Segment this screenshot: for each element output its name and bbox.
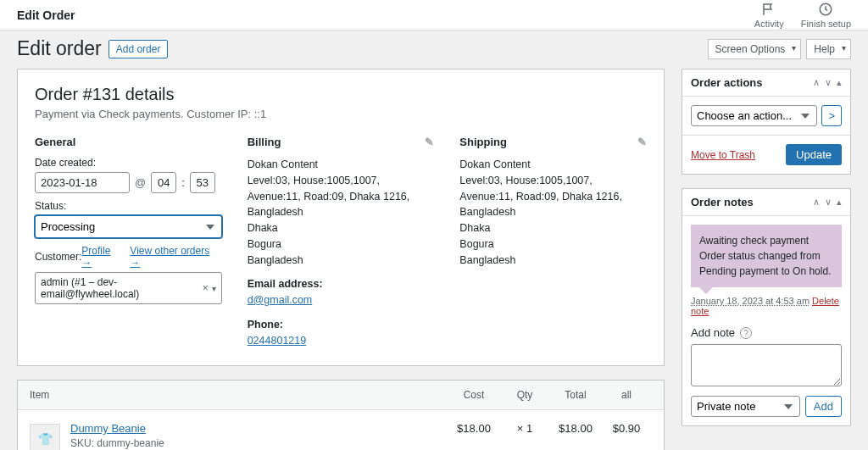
date-input[interactable] [35,172,130,193]
note-textarea[interactable] [691,344,842,386]
item-qty: × 1 [499,422,550,435]
clock-icon [818,2,833,17]
email-label: Email address: [248,276,435,292]
billing-phone[interactable]: 0244801219 [248,333,435,349]
add-order-button[interactable]: Add order [108,40,169,58]
billing-line: Dhaka [248,220,435,236]
order-note: Awaiting check payment Order status chan… [691,225,842,287]
items-header-row: Item Cost Qty Total all [18,381,664,410]
shipping-column: Shipping✎ Dokan Content Level:03, House:… [459,136,647,348]
col-item: Item [30,389,448,401]
edit-shipping-icon[interactable]: ✎ [637,136,647,148]
move-down-icon[interactable]: ∨ [825,77,832,88]
view-other-orders-link[interactable]: View other orders → [130,245,221,269]
col-total: Total [550,389,601,401]
add-note-button[interactable]: Add [805,396,842,417]
activity-button[interactable]: Activity [754,2,784,29]
customer-clear-icon[interactable]: × [203,282,209,294]
order-details-subtitle: Payment via Check payments. Customer IP:… [35,108,647,120]
move-up-icon[interactable]: ∧ [813,197,820,208]
shipping-line: Level:03, House:1005,1007, Avenue:11, Ro… [459,173,647,220]
toggle-icon[interactable]: ▴ [837,77,842,88]
topbar-title: Edit Order [17,8,75,22]
order-items-box: Item Cost Qty Total all 👕 Dummy Beanie S… [17,380,665,450]
col-cost: Cost [448,389,499,401]
order-actions-title: Order actions [691,76,763,89]
note-type-select[interactable]: Private note [691,396,800,417]
topbar: Edit Order Activity Finish setup [0,0,868,31]
billing-column: Billing✎ Dokan Content Level:03, House:1… [248,136,435,348]
update-button[interactable]: Update [786,144,842,165]
note-timestamp: January 18, 2023 at 4:53 am [691,296,810,306]
date-created-label: Date created: [35,157,222,169]
move-up-icon[interactable]: ∧ [813,77,820,88]
hour-input[interactable] [151,172,176,193]
order-details-box: Order #131 details Payment via Check pay… [17,69,665,366]
edit-billing-icon[interactable]: ✎ [425,136,434,148]
item-total: $18.00 [550,422,601,435]
customer-label: Customer: [35,251,81,263]
customer-select[interactable]: admin (#1 – dev-email@flywheel.local) ×▾ [35,272,222,304]
help-icon[interactable]: ? [740,327,752,339]
order-action-select[interactable]: Choose an action... [691,105,817,126]
phone-label: Phone: [248,317,435,333]
shipping-line: Bogura [459,236,647,253]
billing-line: Bogura [248,236,435,253]
billing-line: Bangladesh [248,253,435,269]
page-title: Edit order [17,37,102,60]
finish-setup-button[interactable]: Finish setup [801,2,851,29]
help-dropdown[interactable]: Help [806,39,851,59]
item-sku: dummy-beanie [97,437,164,449]
order-notes-title: Order notes [691,196,754,208]
order-notes-box: Order notes ∧∨▴ Awaiting check payment O… [682,188,851,426]
shipping-line: Dokan Content [459,157,647,173]
move-down-icon[interactable]: ∨ [825,197,832,208]
at-symbol: @ [135,176,146,189]
general-column: General Date created: @ : Status: Proces… [35,136,222,348]
col-all: all [601,389,652,401]
header-row: Edit order Add order Screen Options Help [0,31,868,69]
billing-email[interactable]: d@gmail.com [248,292,435,308]
apply-action-button[interactable]: > [821,105,842,126]
profile-link[interactable]: Profile → [81,245,123,269]
minute-input[interactable] [190,172,215,193]
item-all: $0.90 [601,422,652,435]
order-actions-box: Order actions ∧∨▴ Choose an action... > … [682,69,851,175]
product-thumb: 👕 [30,424,60,450]
shipping-heading: Shipping [459,136,507,148]
shipping-line: Dhaka [459,220,647,236]
item-row: 👕 Dummy Beanie SKU: dummy-beanie $18.00 … [18,410,664,450]
billing-heading: Billing [248,136,281,148]
item-name-link[interactable]: Dummy Beanie [70,422,448,435]
screen-options-dropdown[interactable]: Screen Options [708,39,802,59]
billing-line: Level:03, House:1005,1007, Avenue:11, Ro… [248,173,435,220]
col-qty: Qty [499,389,550,401]
chevron-down-icon: ▾ [212,284,216,293]
move-to-trash-link[interactable]: Move to Trash [691,149,755,161]
general-heading: General [35,136,222,148]
time-colon: : [181,176,185,189]
item-cost: $18.00 [448,422,499,435]
toggle-icon[interactable]: ▴ [837,197,842,208]
shipping-line: Bangladesh [459,253,647,269]
status-select[interactable]: Processing [35,215,222,238]
order-details-title: Order #131 details [35,85,647,104]
status-label: Status: [35,200,222,212]
flag-icon [761,2,776,17]
billing-line: Dokan Content [248,157,435,173]
add-note-label: Add note [691,326,735,339]
